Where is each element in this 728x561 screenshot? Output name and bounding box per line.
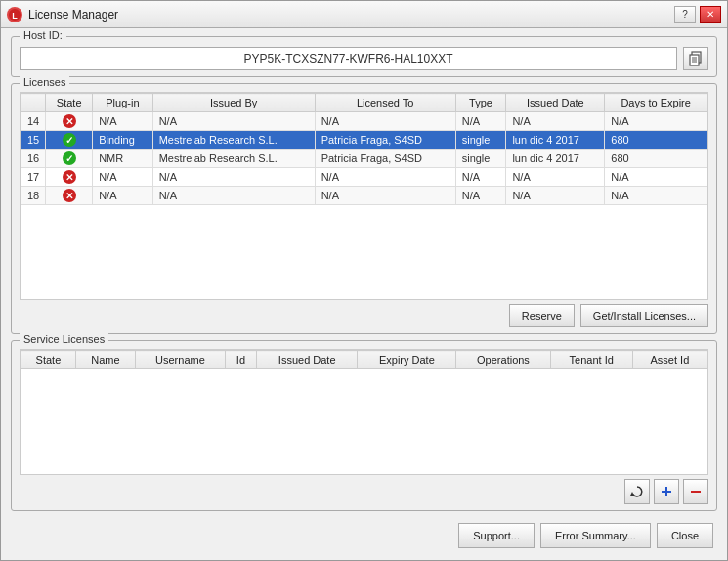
row-type: single	[455, 150, 506, 168]
row-type: N/A	[455, 168, 506, 187]
svc-col-state[interactable]: State	[21, 351, 76, 369]
row-issued-date: lun dic 4 2017	[506, 150, 605, 168]
svg-text:L: L	[12, 11, 18, 21]
table-row[interactable]: 16 ✓ NMR Mestrelab Research S.L. Patrici…	[21, 150, 707, 168]
svc-col-asset-id[interactable]: Asset Id	[632, 351, 707, 369]
window-title: License Manager	[28, 8, 674, 22]
copy-button[interactable]	[683, 47, 708, 70]
licenses-buttons-row: Reserve Get/Install Licenses...	[20, 304, 708, 327]
table-row[interactable]: 18 ✕ N/A N/A N/A N/A N/A N/A	[21, 187, 707, 205]
row-state: ✕	[46, 187, 93, 205]
copy-icon	[688, 51, 704, 66]
svc-col-issued-date[interactable]: Issued Date	[256, 351, 357, 369]
row-state: ✕	[46, 168, 93, 187]
row-type: N/A	[455, 187, 506, 205]
row-state: ✕	[46, 112, 93, 131]
row-plugin: N/A	[93, 112, 153, 131]
row-type: single	[455, 131, 506, 150]
row-issued-date: N/A	[506, 187, 605, 205]
get-install-button[interactable]: Get/Install Licenses...	[580, 304, 708, 327]
col-plugin[interactable]: Plug-in	[93, 94, 153, 112]
footer-row: Support... Error Summary... Close	[11, 517, 717, 552]
service-licenses-label: Service Licenses	[20, 333, 108, 345]
title-bar: L License Manager ? ✕	[1, 1, 727, 28]
add-button[interactable]	[654, 479, 679, 504]
svc-col-operations[interactable]: Operations	[456, 351, 550, 369]
col-issued-date[interactable]: Issued Date	[506, 94, 605, 112]
host-id-label: Host ID:	[20, 29, 66, 41]
state-icon: ✕	[63, 189, 76, 202]
row-number: 14	[21, 112, 46, 131]
table-row[interactable]: 17 ✕ N/A N/A N/A N/A N/A N/A	[21, 168, 707, 187]
host-id-row	[20, 45, 708, 70]
svc-col-expiry-date[interactable]: Expiry Date	[358, 351, 456, 369]
state-icon: ✓	[63, 151, 76, 165]
licenses-group: Licenses State Plug-in Issued By License…	[11, 83, 717, 334]
row-issued-by: N/A	[152, 112, 315, 131]
state-icon: ✓	[63, 133, 76, 147]
row-number: 18	[21, 187, 46, 205]
svc-col-username[interactable]: Username	[135, 351, 225, 369]
licenses-group-label: Licenses	[20, 76, 69, 88]
add-icon	[660, 485, 673, 498]
window-body: Host ID: Licenses	[1, 28, 727, 560]
row-plugin: NMR	[93, 150, 153, 168]
row-state: ✓	[46, 150, 93, 168]
row-days-expire: N/A	[605, 168, 707, 187]
service-table-header: State Name Username Id Issued Date Expir…	[21, 351, 707, 369]
help-button[interactable]: ?	[674, 6, 696, 23]
table-row[interactable]: 14 ✕ N/A N/A N/A N/A N/A N/A	[21, 112, 707, 131]
row-issued-date: N/A	[506, 112, 605, 131]
col-state[interactable]: State	[46, 94, 93, 112]
col-type[interactable]: Type	[455, 94, 506, 112]
window-close-button[interactable]: ✕	[700, 6, 721, 23]
row-licensed-to: N/A	[315, 112, 455, 131]
reserve-button[interactable]: Reserve	[509, 304, 575, 327]
row-state: ✓	[46, 131, 93, 150]
svc-col-name[interactable]: Name	[75, 351, 135, 369]
row-issued-by: Mestrelab Research S.L.	[152, 131, 315, 150]
licenses-table-header: State Plug-in Issued By Licensed To Type…	[21, 94, 707, 112]
row-number: 17	[21, 168, 46, 187]
remove-icon	[689, 485, 703, 498]
service-icons-row	[20, 479, 708, 504]
row-issued-date: lun dic 4 2017	[506, 131, 605, 150]
state-icon: ✕	[63, 114, 76, 128]
table-row[interactable]: 15 ✓ Binding Mestrelab Research S.L. Pat…	[21, 131, 707, 150]
col-issued-by[interactable]: Issued By	[152, 94, 315, 112]
row-plugin: Binding	[93, 131, 153, 150]
row-days-expire: 680	[605, 150, 707, 168]
close-button[interactable]: Close	[657, 523, 713, 548]
license-manager-window: L License Manager ? ✕ Host ID:	[0, 0, 728, 561]
row-licensed-to: N/A	[315, 187, 455, 205]
svg-rect-9	[662, 491, 671, 493]
row-licensed-to: Patricia Fraga, S4SD	[315, 131, 455, 150]
col-num	[21, 94, 46, 112]
licenses-table-container: State Plug-in Issued By Licensed To Type…	[20, 92, 708, 300]
row-days-expire: N/A	[605, 187, 707, 205]
row-licensed-to: Patricia Fraga, S4SD	[315, 150, 455, 168]
remove-button[interactable]	[683, 479, 708, 504]
refresh-icon	[630, 485, 644, 498]
svc-col-id[interactable]: Id	[225, 351, 256, 369]
error-summary-button[interactable]: Error Summary...	[540, 523, 651, 548]
host-id-input[interactable]	[20, 47, 677, 70]
col-days-expire[interactable]: Days to Expire	[605, 94, 707, 112]
title-bar-buttons: ? ✕	[674, 6, 721, 23]
svg-rect-10	[691, 491, 701, 493]
row-plugin: N/A	[93, 168, 153, 187]
state-icon: ✕	[63, 170, 76, 184]
service-licenses-group: Service Licenses State Name Username Id …	[11, 340, 717, 511]
row-number: 16	[21, 150, 46, 168]
licenses-table: State Plug-in Issued By Licensed To Type…	[21, 93, 707, 205]
host-id-group: Host ID:	[11, 36, 717, 77]
support-button[interactable]: Support...	[458, 523, 535, 548]
window-icon: L	[7, 7, 22, 22]
row-number: 15	[21, 131, 46, 150]
svc-col-tenant-id[interactable]: Tenant Id	[550, 351, 632, 369]
row-type: N/A	[455, 112, 506, 131]
service-table: State Name Username Id Issued Date Expir…	[21, 350, 707, 369]
refresh-button[interactable]	[624, 479, 650, 504]
row-days-expire: N/A	[605, 112, 707, 131]
col-licensed-to[interactable]: Licensed To	[315, 94, 455, 112]
